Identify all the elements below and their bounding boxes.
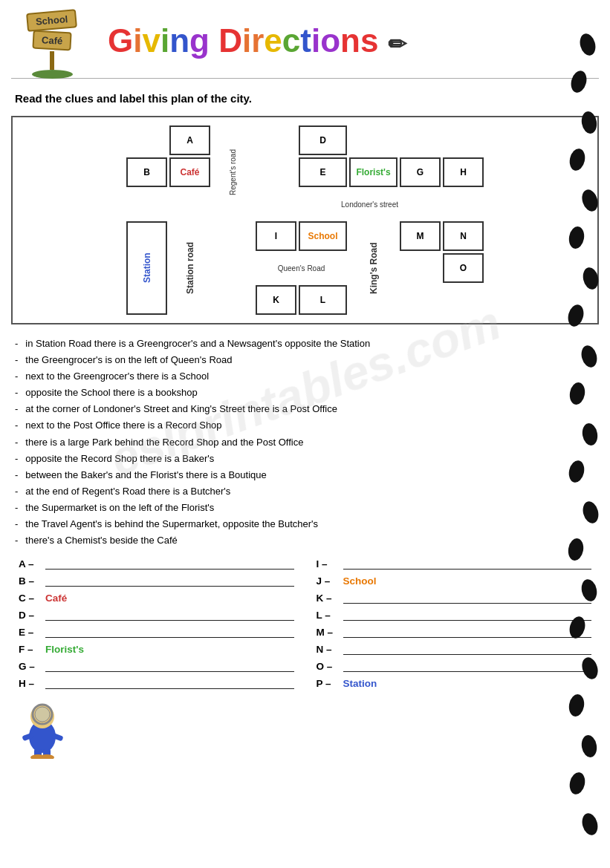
cafe-sign: Café [32, 30, 71, 51]
cell-D: D [299, 125, 347, 155]
clue-5: - at the corner of Londoner's Street and… [15, 401, 595, 417]
cell-N: N [443, 221, 484, 251]
answer-K-line[interactable] [343, 603, 592, 604]
street-station-road: Station road [169, 221, 210, 315]
answer-E-line[interactable] [45, 637, 294, 638]
answer-D-line[interactable] [45, 620, 294, 621]
cell-O: O [443, 253, 484, 283]
cell-station: Station [126, 221, 167, 315]
answer-E: E – [19, 627, 294, 638]
street-queens-road: Queen's Road [256, 253, 347, 283]
answer-N: N – [317, 644, 592, 655]
answer-P: P – Station [317, 678, 592, 689]
answer-A-line[interactable] [45, 569, 294, 570]
answer-C: C – Café [19, 593, 294, 604]
cell-E: E [299, 157, 347, 187]
clue-12: - the Travel Agent's is behind the Super… [15, 516, 595, 532]
cell-B: B [126, 157, 167, 187]
cell-H: H [443, 157, 484, 187]
map-table: A Regent's road D B Café E Florist's G H… [124, 123, 486, 317]
header: School Café Giving Directions ✏ [0, 0, 610, 78]
cell-cafe: Café [169, 157, 210, 187]
cell-florists: Florist's [349, 157, 398, 187]
answer-M: M – [317, 627, 592, 638]
clue-11: - the Supermarket is on the left of the … [15, 500, 595, 516]
school-sign: School [26, 9, 77, 32]
answer-I: I – [317, 558, 592, 570]
clue-2: - the Greengrocer's is on the left of Qu… [15, 352, 595, 368]
instruction-text: Read the clues and label this plan of th… [0, 85, 610, 112]
clue-1: - in Station Road there is a Greengrocer… [15, 336, 595, 352]
answer-G: G – [19, 661, 294, 672]
answer-F: F – Florist's [19, 644, 294, 655]
clue-7: - there is a large Park behind the Recor… [15, 434, 595, 451]
clues-section: - in Station Road there is a Greengrocer… [0, 332, 610, 552]
cell-I: I [256, 221, 296, 251]
answer-I-line[interactable] [343, 569, 592, 570]
clue-6: - next to the Post Office there is a Rec… [15, 417, 595, 434]
street-regents-road: Regent's road [212, 125, 253, 219]
street-kings-road: King's Road [349, 221, 398, 315]
answer-B: B – [19, 575, 294, 587]
clue-10: - at the end of Regent's Road there is a… [15, 483, 595, 500]
answer-L-line[interactable] [343, 620, 592, 621]
answer-J: J – School [317, 575, 592, 587]
cell-M: M [400, 221, 441, 251]
bottom-area [0, 699, 610, 766]
street-londoners: Londoner's street [256, 189, 484, 219]
answer-A: A – [19, 558, 294, 570]
answer-O-line[interactable] [343, 671, 592, 672]
answer-G-line[interactable] [45, 671, 294, 672]
clue-4: - opposite the School there is a booksho… [15, 385, 595, 401]
clue-8: - opposite the Record Shop there is a Ba… [15, 451, 595, 467]
answer-M-line[interactable] [343, 637, 592, 638]
svg-point-20 [580, 812, 600, 837]
answer-O: O – [317, 661, 592, 672]
logo-area: School Café [7, 7, 97, 74]
cell-school: School [299, 221, 347, 251]
answer-H: H – [19, 678, 294, 689]
page-title: Giving Directions ✏ [108, 23, 406, 59]
svg-point-19 [568, 771, 587, 796]
answer-H-line[interactable] [45, 688, 294, 689]
clue-13: - there's a Chemist's beside the Café [15, 532, 595, 549]
answer-L: L – [317, 610, 592, 621]
answer-N-line[interactable] [343, 654, 592, 655]
answer-D: D – [19, 610, 294, 621]
cell-K: K [256, 285, 296, 315]
cell-L: L [299, 285, 347, 315]
city-map: A Regent's road D B Café E Florist's G H… [11, 116, 599, 324]
clue-3: - next to the Greengrocer's there is a S… [15, 368, 595, 385]
clue-9: - between the Baker's and the Florist's … [15, 467, 595, 483]
cell-G: G [400, 157, 441, 187]
cell-A: A [169, 125, 210, 155]
answer-K: K – [317, 593, 592, 604]
answers-section: A – I – B – J – School C – Café K – [0, 552, 610, 695]
detective-figure [15, 696, 71, 762]
answer-B-line[interactable] [45, 586, 294, 587]
svg-point-24 [35, 707, 50, 722]
